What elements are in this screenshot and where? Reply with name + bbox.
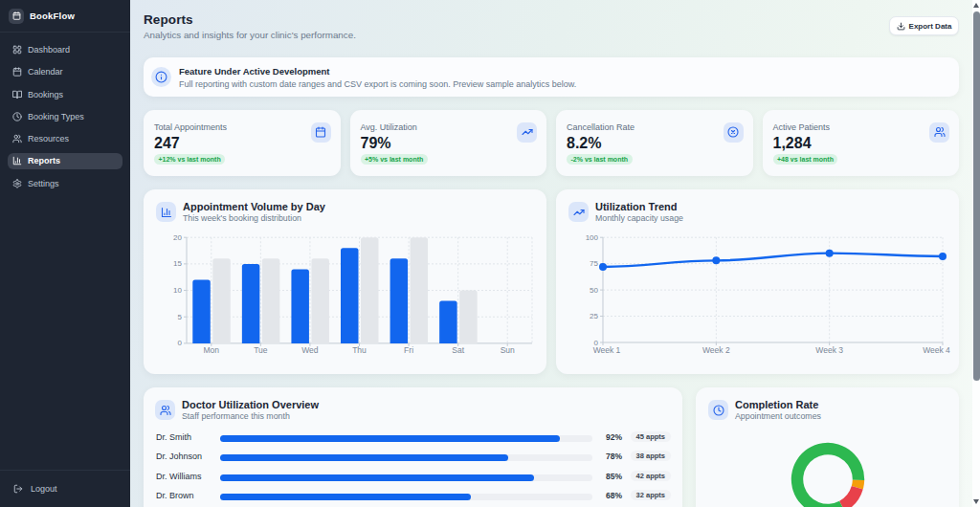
svg-text:25: 25 (590, 312, 598, 320)
svg-text:Mon: Mon (204, 345, 220, 355)
svg-text:Sun: Sun (501, 345, 515, 355)
svg-text:5: 5 (178, 313, 183, 321)
svg-text:Wed: Wed (301, 345, 319, 355)
svg-text:75: 75 (590, 259, 598, 268)
svg-text:Fri: Fri (404, 345, 413, 355)
svg-text:Thu: Thu (352, 345, 367, 355)
svg-text:Week 4: Week 4 (923, 345, 950, 355)
svg-text:15: 15 (173, 259, 182, 268)
svg-text:Week 3: Week 3 (815, 345, 843, 355)
svg-text:Sat: Sat (452, 345, 464, 355)
svg-text:20: 20 (173, 233, 182, 242)
svg-text:50: 50 (590, 286, 598, 295)
svg-text:Week 2: Week 2 (702, 345, 730, 355)
svg-text:Week 1: Week 1 (593, 345, 621, 355)
svg-text:Tue: Tue (254, 345, 268, 355)
svg-text:10: 10 (173, 286, 182, 295)
svg-text:0: 0 (178, 339, 183, 347)
svg-text:100: 100 (586, 233, 599, 242)
